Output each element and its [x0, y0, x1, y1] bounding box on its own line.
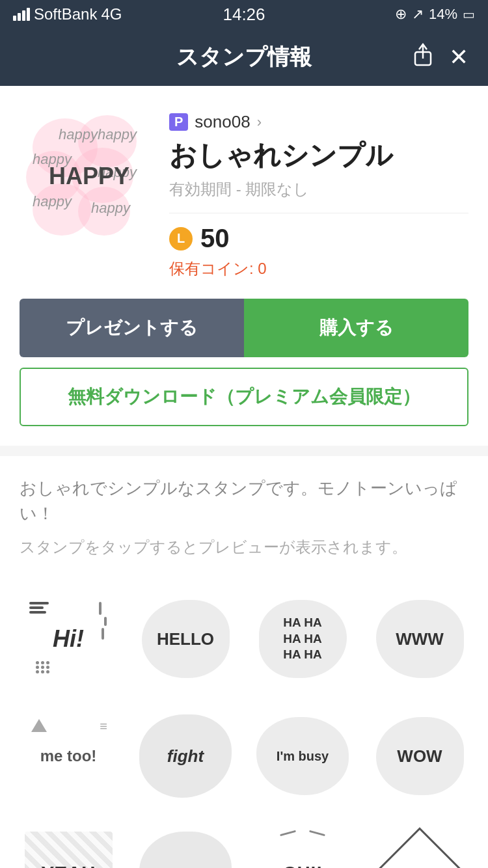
navigation-icon: ↗	[412, 6, 424, 23]
description-section: おしゃれでシンプルなスタンプです。モノトーンいっぱい！ スタンプをタップするとプ…	[0, 456, 488, 577]
buy-button[interactable]: 購入する	[244, 299, 468, 357]
stamp-what[interactable]: what??	[364, 818, 475, 868]
happy-text-6: happy	[91, 200, 130, 217]
happy-text-5: happy	[33, 193, 72, 210]
present-button[interactable]: プレゼントする	[20, 299, 244, 357]
stamp-imbusy[interactable]: I'm busy	[247, 701, 358, 811]
status-right: ⊕ ↗ 14% ▭	[395, 6, 475, 23]
chevron-right-icon: ›	[257, 114, 262, 131]
coin-icon: L	[169, 227, 193, 251]
divider	[169, 213, 468, 213]
happy-text-1: happy	[59, 126, 98, 143]
button-row: プレゼントする 購入する	[20, 299, 468, 357]
stamp-www[interactable]: WWW	[364, 584, 475, 694]
product-image: happy happy happy happy happy happy HAPP…	[20, 112, 150, 242]
stamp-hi[interactable]: Hi!	[13, 584, 124, 694]
description-text: おしゃれでシンプルなスタンプです。モノトーンいっぱい！	[20, 476, 468, 526]
free-download-button[interactable]: 無料ダウンロード（プレミアム会員限定）	[20, 368, 468, 426]
status-left: SoftBank 4G	[13, 5, 122, 23]
happy-text-2: happy	[98, 126, 137, 143]
price-row: L 50	[169, 224, 468, 253]
status-bar: SoftBank 4G 14:26 ⊕ ↗ 14% ▭	[0, 0, 488, 29]
premium-badge: P	[169, 113, 188, 131]
product-section: happy happy happy happy happy happy HAPP…	[0, 86, 488, 446]
stamp-oh[interactable]: OH!!	[247, 818, 358, 868]
nav-actions: ✕	[413, 43, 468, 72]
product-header: happy happy happy happy happy happy HAPP…	[20, 112, 468, 279]
stamp-fight[interactable]: fight	[130, 701, 241, 811]
status-time: 14:26	[223, 5, 265, 25]
preview-hint: スタンプをタップするとプレビューが表示されます。	[20, 537, 468, 558]
creator-name[interactable]: sono08	[195, 112, 250, 132]
share-button[interactable]	[413, 43, 433, 72]
stamp-hahaha[interactable]: HA HAHA HAHA HA	[247, 584, 358, 694]
page-title: スタンプ情報	[176, 42, 312, 72]
battery-label: 14%	[429, 6, 457, 23]
product-title: おしゃれシンプル	[169, 137, 468, 174]
signal-icon	[13, 8, 30, 21]
creator-row: P sono08 ›	[169, 112, 468, 132]
battery-icon: ▭	[463, 7, 475, 22]
network-label: 4G	[101, 5, 122, 23]
validity-label: 有効期間 - 期限なし	[169, 179, 468, 200]
carrier-label: SoftBank	[34, 5, 97, 23]
location-icon: ⊕	[395, 6, 407, 23]
happy-big-text: HAPPY	[49, 163, 129, 190]
stamp-wow[interactable]: WOW	[364, 701, 475, 811]
stamp-yeah[interactable]: YEAH	[13, 818, 124, 868]
product-info: P sono08 › おしゃれシンプル 有効期間 - 期限なし L 50 保有コ…	[169, 112, 468, 279]
stamps-grid: Hi! HELLO	[13, 584, 475, 868]
stamp-dots[interactable]: •••	[130, 818, 241, 868]
close-button[interactable]: ✕	[449, 44, 468, 71]
stamp-hello[interactable]: HELLO	[130, 584, 241, 694]
owned-coins: 保有コイン: 0	[169, 258, 468, 279]
stamps-section: Hi! HELLO	[0, 577, 488, 868]
nav-bar: スタンプ情報 ✕	[0, 29, 488, 86]
price-amount: 50	[200, 224, 230, 253]
stamp-metoo[interactable]: me too! ≡	[13, 701, 124, 811]
